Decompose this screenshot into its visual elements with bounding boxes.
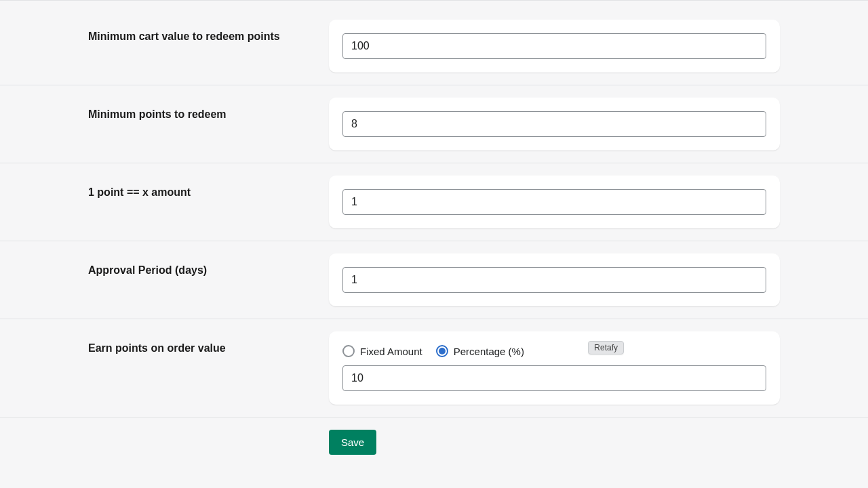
- radio-icon: [342, 345, 355, 357]
- card-earn-points: Retafy Fixed Amount Percentage (%): [329, 331, 780, 405]
- row-min-points-redeem: Minimum points to redeem: [0, 85, 868, 163]
- label-min-cart-value: Minimum cart value to redeem points: [88, 30, 329, 43]
- row-earn-points: Earn points on order value Retafy Fixed …: [0, 319, 868, 418]
- tooltip-retafy: Retafy: [588, 341, 624, 354]
- card-min-points-redeem: [329, 98, 780, 150]
- save-button[interactable]: Save: [329, 430, 376, 455]
- input-min-cart-value[interactable]: [342, 33, 766, 59]
- input-earn-points-value[interactable]: [342, 365, 766, 391]
- radio-icon: [436, 345, 448, 357]
- row-point-amount: 1 point == x amount: [0, 163, 868, 241]
- input-approval-period[interactable]: [342, 267, 766, 293]
- label-min-points-redeem: Minimum points to redeem: [88, 108, 329, 121]
- radio-fixed-amount-label: Fixed Amount: [360, 346, 422, 357]
- card-min-cart-value: [329, 20, 780, 73]
- save-row: Save: [0, 418, 868, 455]
- radio-percentage-label: Percentage (%): [454, 346, 524, 357]
- row-approval-period: Approval Period (days): [0, 241, 868, 319]
- row-min-cart-value: Minimum cart value to redeem points: [0, 7, 868, 85]
- card-approval-period: [329, 253, 780, 306]
- radio-fixed-amount[interactable]: Fixed Amount: [342, 345, 422, 357]
- input-min-points-redeem[interactable]: [342, 111, 766, 137]
- radio-percentage[interactable]: Percentage (%): [436, 345, 524, 357]
- card-point-amount: [329, 176, 780, 228]
- input-point-amount[interactable]: [342, 189, 766, 215]
- label-approval-period: Approval Period (days): [88, 264, 329, 277]
- label-earn-points: Earn points on order value: [88, 342, 329, 354]
- earn-points-radio-group: Fixed Amount Percentage (%): [342, 345, 766, 357]
- settings-form: Minimum cart value to redeem points Mini…: [0, 1, 868, 455]
- label-point-amount: 1 point == x amount: [88, 186, 329, 199]
